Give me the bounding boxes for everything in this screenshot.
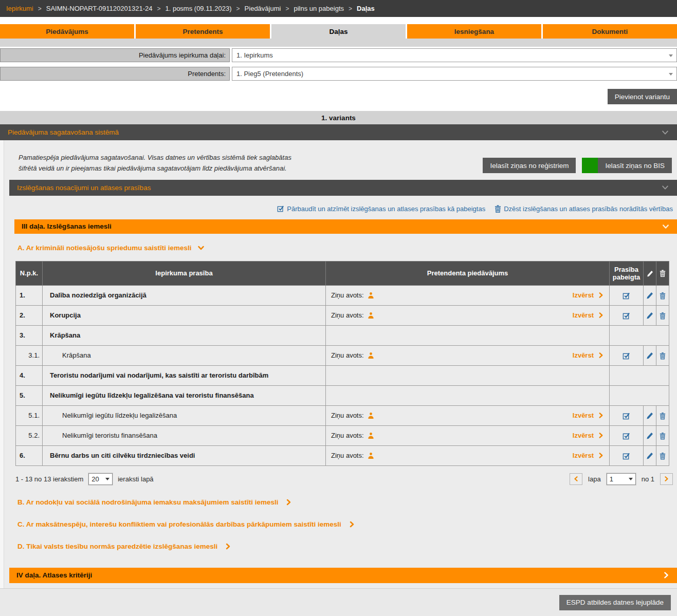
breadcrumb-current: Daļas xyxy=(357,5,375,12)
tenderer-select-value: 1. Pieg5 (Pretendents) xyxy=(236,70,303,78)
pencil-icon[interactable] xyxy=(646,312,653,319)
footer-band: ESPD atbildes datnes lejuplāde xyxy=(0,588,677,616)
add-variant-row: Pievienot variantu xyxy=(0,89,677,104)
tenderer-select[interactable]: 1. Pieg5 (Pretendents) xyxy=(232,67,677,81)
section-exclusion-header[interactable]: Izslēgšanas nosacījumi un atlases prasīb… xyxy=(9,180,677,196)
pencil-icon[interactable] xyxy=(646,352,653,359)
completed-cell xyxy=(610,425,644,445)
izverst-link[interactable]: Izvērst xyxy=(573,452,604,459)
breadcrumb-link-iepirkumi[interactable]: Iepirkumi xyxy=(6,5,33,12)
izverst-link[interactable]: Izvērst xyxy=(573,291,604,299)
lot-select-value: 1. Iepirkums xyxy=(236,51,273,59)
subsection-b-link[interactable]: B. Ar nodokļu vai sociālā nodrošinājuma … xyxy=(17,498,677,506)
trash-icon[interactable] xyxy=(660,432,666,440)
espd-download-button[interactable]: ESPD atbildes datnes lejuplāde xyxy=(559,595,671,610)
section-part3-title: III daļa. Izslēgšanas iemesli xyxy=(22,222,112,230)
trash-icon[interactable] xyxy=(660,412,666,420)
add-variant-button[interactable]: Pievienot variantu xyxy=(608,89,677,104)
delete-cell xyxy=(656,285,669,305)
page-size-suffix: ieraksti lapā xyxy=(118,475,153,483)
delete-cell xyxy=(656,425,669,445)
col-header-requirement: Iepirkuma prasība xyxy=(43,261,326,285)
section-part3-header[interactable]: III daļa. Izslēgšanas iemesli xyxy=(14,219,677,234)
tab-pretendents[interactable]: Pretendents xyxy=(136,24,270,39)
offer-cell: Ziņu avots: Izvērst xyxy=(326,425,610,445)
izverst-label: Izvērst xyxy=(573,311,594,319)
pencil-icon[interactable] xyxy=(646,452,653,459)
offer-cell xyxy=(326,365,610,385)
tab-iesniegsana[interactable]: Iesniegšana xyxy=(407,24,541,39)
pencil-icon[interactable] xyxy=(646,412,653,419)
completed-check-icon[interactable] xyxy=(623,352,630,360)
page-size-value: 20 xyxy=(92,475,99,483)
subsection-a-header[interactable]: A. Ar krimināli notiesājošu spriedumu sa… xyxy=(17,244,677,252)
completed-check-icon[interactable] xyxy=(623,312,630,320)
col-header-completed: Prasība pabeigta xyxy=(610,261,644,285)
section-exclusion-title: Izslēgšanas nosacījumi un atlases prasīb… xyxy=(17,184,151,192)
tab-dalas[interactable]: Daļas xyxy=(271,24,406,39)
subsection-d-link[interactable]: D. Tikai valsts tiesību normās paredzēti… xyxy=(17,543,677,550)
tab-dokumenti[interactable]: Dokumenti xyxy=(543,24,677,39)
requirements-table-body: 1. Dalība noziedzīgā organizācijā Ziņu a… xyxy=(16,285,669,465)
left-gutter xyxy=(0,140,4,588)
prev-page-button[interactable] xyxy=(570,473,582,485)
chevron-down-icon xyxy=(629,478,633,480)
completed-check-icon[interactable] xyxy=(623,452,630,460)
section-part4-header[interactable]: IV daļa. Atlases kritēriji xyxy=(9,568,677,583)
table-row: 1. Dalība noziedzīgā organizācijā Ziņu a… xyxy=(16,285,669,305)
breadcrumb-item[interactable]: pilns un pabeigts xyxy=(294,5,344,12)
breadcrumb-item[interactable]: 1. posms (09.11.2023) xyxy=(165,5,231,12)
trash-icon[interactable] xyxy=(660,452,666,460)
chevron-right-icon xyxy=(663,571,670,579)
row-requirement: Teroristu nodarījumi vai nodarījumi, kas… xyxy=(43,365,326,385)
table-row: 5. Nelikumīgi iegūtu līdzekļu legalizēša… xyxy=(16,385,669,405)
table-row: 3. Krāpšana xyxy=(16,325,669,345)
subsection-c-link[interactable]: C. Ar maksātnespēju, interešu konfliktie… xyxy=(17,520,677,528)
total-pages: no 1 xyxy=(642,475,654,483)
delete-values-link[interactable]: Dzēst izslēgšanas un atlases prasībās no… xyxy=(495,205,673,213)
delete-cell xyxy=(610,365,669,385)
read-bis-button[interactable]: Ielasīt ziņas no BIS xyxy=(598,158,672,173)
izverst-link[interactable]: Izvērst xyxy=(573,311,604,319)
tab-piedavajums[interactable]: Piedāvājums xyxy=(0,24,134,39)
chevron-right-icon xyxy=(598,412,604,419)
trash-icon xyxy=(495,205,501,213)
row-number: 1. xyxy=(16,285,43,305)
section-preparation-header[interactable]: Piedāvājuma sagatavošana sistēmā xyxy=(0,124,677,140)
izverst-label: Izvērst xyxy=(573,291,594,299)
breadcrumb-item[interactable]: Piedāvājumi xyxy=(245,5,281,12)
completed-check-icon[interactable] xyxy=(623,412,630,420)
row-requirement: Nelikumīgi teroristu finansēšana xyxy=(43,425,326,445)
breadcrumb-item[interactable]: SAIMN-NOPART-091120201321-24 xyxy=(46,5,153,12)
chevron-right-icon xyxy=(598,432,604,439)
page-size-select[interactable]: 20 xyxy=(88,473,113,485)
trash-icon[interactable] xyxy=(660,352,666,360)
completed-cell xyxy=(610,285,644,305)
read-registers-button[interactable]: Ielasīt ziņas no reģistriem xyxy=(483,158,576,173)
variant-header: 1. variants xyxy=(0,111,677,124)
table-row: 5.1. Nelikumīgi iegūtu līdzekļu legalizē… xyxy=(16,405,669,425)
trash-icon[interactable] xyxy=(660,292,666,300)
lot-select[interactable]: 1. Iepirkums xyxy=(232,48,677,62)
trash-icon xyxy=(660,270,666,277)
row-number: 4. xyxy=(16,365,43,385)
completed-check-icon[interactable] xyxy=(623,292,630,300)
chevron-right-icon xyxy=(664,476,669,482)
chevron-down-icon xyxy=(105,478,109,480)
col-header-edit xyxy=(644,261,656,285)
completed-check-icon[interactable] xyxy=(623,432,630,440)
izverst-link[interactable]: Izvērst xyxy=(573,432,604,439)
table-row: 4. Teroristu nodarījumi vai nodarījumi, … xyxy=(16,365,669,385)
row-number: 5. xyxy=(16,385,43,405)
trash-icon[interactable] xyxy=(660,312,666,320)
page-select[interactable]: 1 xyxy=(607,473,636,485)
next-page-button[interactable] xyxy=(660,473,673,485)
pencil-icon[interactable] xyxy=(646,432,653,439)
offer-cell: Ziņu avots: Izvērst xyxy=(326,405,610,425)
row-requirement: Korupcija xyxy=(43,305,326,325)
mark-completed-link[interactable]: Pārbaudīt un atzīmēt izslēgšanas un atla… xyxy=(277,205,485,213)
izverst-link[interactable]: Izvērst xyxy=(573,351,604,359)
izverst-link[interactable]: Izvērst xyxy=(573,412,604,419)
row-requirement: Nelikumīgi iegūtu līdzekļu legalizēšana xyxy=(43,405,326,425)
pencil-icon[interactable] xyxy=(646,292,653,299)
